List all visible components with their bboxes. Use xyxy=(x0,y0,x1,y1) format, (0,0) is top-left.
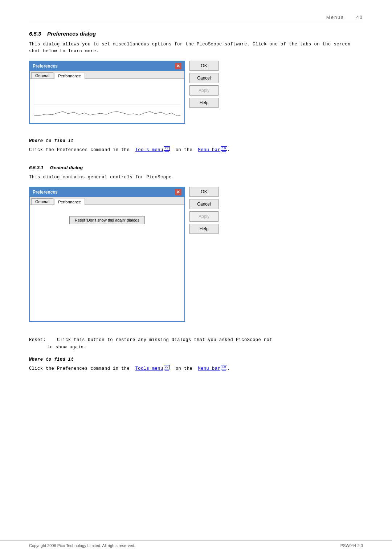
section-6531: 6.5.3.1 General dialog This dialog conta… xyxy=(29,165,363,372)
tab-performance-2[interactable]: Performance xyxy=(54,199,85,205)
subsection-title-text: General dialog xyxy=(50,165,83,170)
ok-button-2[interactable]: OK xyxy=(189,187,219,197)
page-footer: Copyright 2006 Pico Technology Limited. … xyxy=(0,540,392,548)
description-text-2: This dialog contains general controls fo… xyxy=(29,175,174,180)
tab-general-1[interactable]: General xyxy=(31,72,53,78)
tab-performance-1[interactable]: Performance xyxy=(54,73,85,79)
on-the-text-2: on the xyxy=(176,366,192,371)
dialog-titlebar-2: Preferences ✕ xyxy=(30,187,184,197)
dialog-close-button-2[interactable]: ✕ xyxy=(175,189,181,195)
dialog-body-2: Reset 'Don't show this again' dialogs xyxy=(30,205,184,321)
tools-menu-link-2[interactable]: Tools menu27 xyxy=(135,366,170,371)
on-the-text-1: on the xyxy=(176,147,192,153)
tools-menu-badge-2: 27 xyxy=(164,365,170,369)
menu-bar-text-1: Menu bar xyxy=(198,147,221,153)
cancel-button-1[interactable]: Cancel xyxy=(189,73,219,83)
click-text-1: Click the Preferences command in the xyxy=(29,147,130,153)
reset-label: Reset: xyxy=(29,337,46,343)
page-number: 40 xyxy=(356,15,363,20)
tab-general-2[interactable]: General xyxy=(31,198,53,204)
help-button-1[interactable]: Help xyxy=(189,98,219,108)
dialog-titlebar-1: Preferences ✕ xyxy=(30,61,184,71)
dialog-close-button-1[interactable]: ✕ xyxy=(175,63,181,69)
reset-btn-container: Reset 'Don't show this again' dialogs xyxy=(34,216,180,224)
section-6531-title: 6.5.3.1 General dialog xyxy=(29,165,363,170)
apply-button-2[interactable]: Apply xyxy=(189,211,219,222)
section-title-text: Preferences dialog xyxy=(47,31,96,37)
dialog-body-1 xyxy=(30,79,184,123)
menu-bar-badge-2: 19 xyxy=(221,365,227,369)
header-label: Menus 40 xyxy=(326,15,363,20)
dialog-2-buttons: OK Cancel Apply Help xyxy=(189,187,219,234)
dialog-title-1: Preferences xyxy=(33,64,58,69)
description-text: This dialog allows you to set miscellane… xyxy=(29,42,351,54)
tools-menu-badge-1: 27 xyxy=(164,146,170,151)
preferences-dialog-2: Preferences ✕ General Performance Reset … xyxy=(29,187,185,322)
help-button-2[interactable]: Help xyxy=(189,224,219,234)
reset-description: Reset: Click this button to restore any … xyxy=(29,336,363,351)
where-to-find-label-2: Where to find it xyxy=(29,357,74,362)
tools-menu-text-2: Tools menu xyxy=(135,366,163,371)
signal-svg-1 xyxy=(34,105,180,119)
menu-bar-link-1[interactable]: Menu bar19 xyxy=(198,147,227,153)
section-number: 6.5.3 xyxy=(29,31,41,37)
section-653-title: 6.5.3 Preferences dialog xyxy=(29,31,363,37)
signal-area-1 xyxy=(34,105,180,119)
page-header: Menus 40 xyxy=(29,15,363,23)
click-text-2: Click the Preferences command in the xyxy=(29,366,130,371)
reset-desc-text: Click this button to restore any missing… xyxy=(57,337,272,343)
apply-button-1[interactable]: Apply xyxy=(189,85,219,96)
preferences-dialog-1-container: Preferences ✕ General Performance xyxy=(29,61,363,131)
cancel-button-2[interactable]: Cancel xyxy=(189,199,219,209)
subsection-number: 6.5.3.1 xyxy=(29,165,44,170)
menus-label: Menus xyxy=(326,15,344,20)
section-6531-description: This dialog contains general controls fo… xyxy=(29,174,363,181)
tools-menu-link-1[interactable]: Tools menu27 xyxy=(135,147,170,153)
preferences-dialog-2-container: Preferences ✕ General Performance Reset … xyxy=(29,187,363,329)
section-653-description: This dialog allows you to set miscellane… xyxy=(29,41,363,55)
section-653: 6.5.3 Preferences dialog This dialog all… xyxy=(29,31,363,154)
where-to-find-2: Where to find it xyxy=(29,357,363,362)
reset-dont-show-button[interactable]: Reset 'Don't show this again' dialogs xyxy=(69,216,145,224)
dialog-title-2: Preferences xyxy=(33,190,58,195)
reset-desc-text2: to show again. xyxy=(47,345,86,350)
footer-copyright: Copyright 2006 Pico Technology Limited. … xyxy=(29,543,135,548)
click-instruction-2: Click the Preferences command in the Too… xyxy=(29,365,363,372)
preferences-dialog-1: Preferences ✕ General Performance xyxy=(29,61,185,124)
menu-bar-badge-1: 19 xyxy=(221,146,227,151)
menu-bar-text-2: Menu bar xyxy=(198,366,221,371)
click-instruction-1: Click the Preferences command in the Too… xyxy=(29,146,363,154)
tools-menu-text-1: Tools menu xyxy=(135,147,163,153)
menu-bar-link-2[interactable]: Menu bar19 xyxy=(198,366,227,371)
where-to-find-1: Where to find it xyxy=(29,138,363,143)
dialog-tabs-1: General Performance xyxy=(30,71,184,79)
where-to-find-label-1: Where to find it xyxy=(29,138,74,143)
dialog-1-buttons: OK Cancel Apply Help xyxy=(189,61,219,108)
ok-button-1[interactable]: OK xyxy=(189,61,219,71)
dialog-tabs-2: General Performance xyxy=(30,197,184,205)
footer-version: PSW044-2.0 xyxy=(340,543,363,548)
